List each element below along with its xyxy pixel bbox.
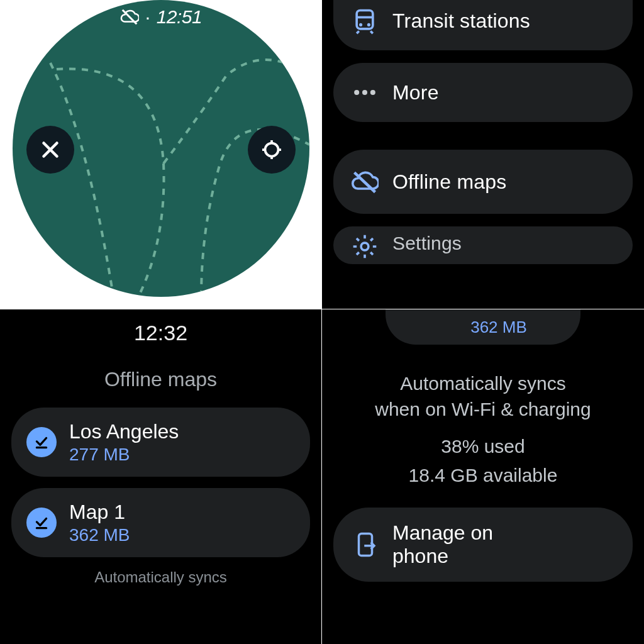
menu-item-label: Settings	[392, 233, 462, 254]
partial-map-size: 362 MB	[386, 309, 580, 345]
close-button[interactable]	[26, 126, 74, 174]
menu-item-label: Offline maps	[392, 170, 506, 194]
menu-item-label: Transit stations	[392, 9, 530, 33]
svg-point-15	[362, 90, 367, 95]
offline-map-item[interactable]: Map 1 362 MB	[11, 488, 310, 557]
locate-icon	[260, 138, 283, 161]
sync-hint: Automatically syncs	[11, 569, 310, 586]
svg-line-12	[357, 31, 359, 34]
status-time: 12:32	[11, 321, 310, 345]
map-name: Map 1	[69, 501, 130, 524]
svg-point-3	[265, 143, 279, 157]
svg-point-10	[359, 23, 362, 26]
manage-label-line: Manage on	[392, 521, 493, 544]
storage-used: 38% used	[333, 436, 633, 457]
manage-label: Manage on phone	[392, 521, 493, 568]
transit-icon	[351, 7, 379, 35]
status-bar: · 12:51	[13, 6, 309, 28]
locate-button[interactable]	[248, 126, 296, 174]
storage-manage-pane: 362 MB Automatically syncs when on Wi-Fi…	[322, 309, 644, 644]
cloud-off-icon	[120, 8, 139, 26]
close-icon	[39, 138, 62, 161]
svg-rect-8	[357, 11, 373, 29]
menu-item-more[interactable]: More	[333, 63, 633, 122]
manage-on-phone-button[interactable]: Manage on phone	[333, 508, 633, 582]
svg-point-11	[367, 23, 370, 26]
menu-item-label: More	[392, 81, 439, 104]
svg-point-18	[361, 243, 369, 250]
download-done-icon	[33, 434, 50, 450]
menu-list-pane: Transit stations More Offline maps Setti…	[322, 0, 644, 309]
manage-label-line: phone	[392, 545, 448, 567]
storage-available: 18.4 GB available	[333, 465, 633, 486]
more-icon	[351, 79, 379, 106]
menu-item-transit[interactable]: Transit stations	[333, 0, 633, 50]
offline-maps-list-pane: 12:32 Offline maps Los Angeles 277 MB Ma…	[0, 309, 321, 644]
phone-forward-icon	[352, 531, 379, 558]
menu-item-offline-maps[interactable]: Offline maps	[333, 150, 633, 214]
map-size: 362 MB	[69, 525, 130, 545]
downloaded-badge	[26, 508, 57, 538]
status-time: 12:51	[157, 6, 203, 28]
sync-line: Automatically syncs	[400, 373, 565, 394]
map-name: Los Angeles	[69, 420, 179, 443]
offline-map-item[interactable]: Los Angeles 277 MB	[11, 408, 310, 477]
svg-point-16	[370, 90, 375, 95]
sync-description: Automatically syncs when on Wi-Fi & char…	[333, 371, 633, 422]
svg-point-14	[354, 90, 359, 95]
map-size: 277 MB	[69, 445, 179, 465]
cloud-off-icon	[351, 168, 379, 196]
page-title: Offline maps	[11, 368, 310, 391]
sync-line: when on Wi-Fi & charging	[375, 399, 591, 419]
watch-face: · 12:51	[13, 0, 309, 297]
download-done-icon	[33, 514, 50, 531]
svg-line-13	[370, 31, 373, 34]
settings-icon	[351, 233, 379, 260]
status-dot: ·	[145, 6, 150, 28]
downloaded-badge	[26, 427, 57, 457]
map-watch-face-pane: · 12:51	[0, 0, 321, 309]
menu-item-settings[interactable]: Settings	[333, 226, 633, 264]
